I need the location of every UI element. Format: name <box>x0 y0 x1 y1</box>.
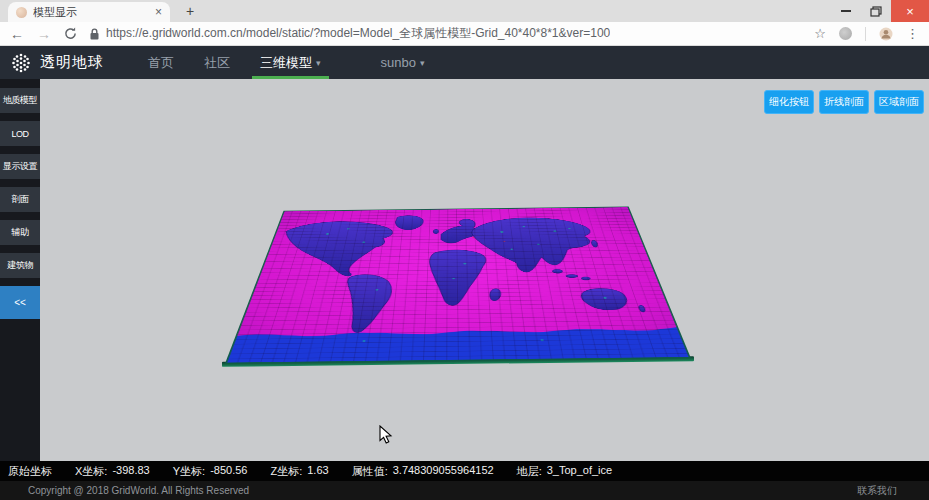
status-layer: 地层: 3_Top_of_ice <box>517 464 613 479</box>
restore-icon <box>870 6 882 17</box>
sidebar-item-geology-model[interactable]: 地质模型 <box>0 88 40 113</box>
chevron-down-icon: ▾ <box>316 58 321 68</box>
url-text: https://e.gridworld.com.cn/model/static/… <box>106 25 610 42</box>
chevron-down-icon: ▾ <box>420 58 425 68</box>
lock-icon <box>90 28 99 40</box>
toolbar-divider <box>865 27 866 41</box>
model-viewport[interactable]: 细化按钮 折线剖面 区域剖面 <box>40 79 929 461</box>
close-button[interactable]: × <box>891 0 929 22</box>
status-x-coord: X坐标: -398.83 <box>75 464 150 479</box>
reload-icon[interactable] <box>64 27 77 40</box>
nav-item-community[interactable]: 社区 <box>204 46 230 79</box>
browser-toolbar: ← → https://e.gridworld.com.cn/model/sta… <box>0 22 929 46</box>
app-navbar: 透明地球 首页 社区 三维模型 ▾ sunbo ▾ <box>0 46 929 79</box>
toolbar-right: ☆ ⋮ <box>814 27 919 41</box>
address-bar[interactable]: https://e.gridworld.com.cn/model/static/… <box>90 25 801 43</box>
tab-close-icon[interactable]: × <box>155 6 162 18</box>
contact-us-link[interactable]: 联系我们 <box>857 484 897 498</box>
browser-menu-icon[interactable]: ⋮ <box>906 27 919 40</box>
sidebar-item-lod[interactable]: LOD <box>0 121 40 146</box>
browser-tab[interactable]: 模型显示 × <box>8 2 170 22</box>
app-brand[interactable]: 透明地球 <box>10 52 104 74</box>
status-y-coord: Y坐标: -850.56 <box>173 464 248 479</box>
world-grid-model[interactable] <box>223 202 691 368</box>
close-icon: × <box>906 4 914 19</box>
sidebar-item-section[interactable]: 剖面 <box>0 187 40 212</box>
refine-button[interactable]: 细化按钮 <box>764 90 814 114</box>
nav-item-3d-model[interactable]: 三维模型 ▾ <box>260 46 321 79</box>
tab-favicon-icon <box>16 7 27 18</box>
browser-window: 模型显示 × + × ← → https:// <box>0 0 929 500</box>
polyline-section-button[interactable]: 折线剖面 <box>819 90 869 114</box>
sidebar-item-buildings[interactable]: 建筑物 <box>0 253 40 278</box>
restore-button[interactable] <box>861 0 891 22</box>
sidebar-item-auxiliary[interactable]: 辅助 <box>0 220 40 245</box>
sidebar-item-display-settings[interactable]: 显示设置 <box>0 154 40 179</box>
status-origin-coords: 原始坐标 <box>8 464 52 479</box>
logo-dot-globe-icon <box>10 52 32 74</box>
viewport-action-buttons: 细化按钮 折线剖面 区域剖面 <box>764 90 924 114</box>
browser-titlebar: 模型显示 × + × <box>0 0 929 22</box>
nav-item-user[interactable]: sunbo ▾ <box>381 46 425 79</box>
forward-icon[interactable]: → <box>37 27 51 41</box>
tool-sidebar: 地质模型 LOD 显示设置 剖面 辅助 建筑物 << <box>0 79 40 461</box>
nav-menu: 首页 社区 三维模型 ▾ sunbo ▾ <box>148 46 424 79</box>
world-map-texture <box>225 207 691 364</box>
back-icon[interactable]: ← <box>10 27 24 41</box>
page-content: 细化按钮 折线剖面 区域剖面 地质模型 LOD 显示设置 剖面 辅助 建筑物 <… <box>0 79 929 461</box>
region-section-button[interactable]: 区域剖面 <box>874 90 924 114</box>
coordinate-statusbar: 原始坐标 X坐标: -398.83 Y坐标: -850.56 Z坐标: 1.63… <box>0 461 929 481</box>
mouse-cursor-icon <box>379 425 393 444</box>
new-tab-button[interactable]: + <box>182 3 198 19</box>
brand-name: 透明地球 <box>40 53 104 72</box>
copyright-text: Copyright @ 2018 GridWorld. All Rights R… <box>28 485 249 496</box>
status-attribute-value: 属性值: 3.748309055964152 <box>352 464 494 479</box>
status-z-coord: Z坐标: 1.63 <box>270 464 328 479</box>
sidebar-collapse-button[interactable]: << <box>0 286 40 319</box>
window-controls: × <box>831 0 929 22</box>
minimize-button[interactable] <box>831 0 861 22</box>
bookmark-star-icon[interactable]: ☆ <box>814 27 826 40</box>
minimize-icon <box>841 10 851 12</box>
tab-title: 模型显示 <box>33 5 149 20</box>
profile-avatar-icon[interactable] <box>879 27 893 41</box>
page-footer: Copyright @ 2018 GridWorld. All Rights R… <box>0 481 929 500</box>
nav-item-home[interactable]: 首页 <box>148 46 174 79</box>
extension-icon[interactable] <box>839 27 852 40</box>
